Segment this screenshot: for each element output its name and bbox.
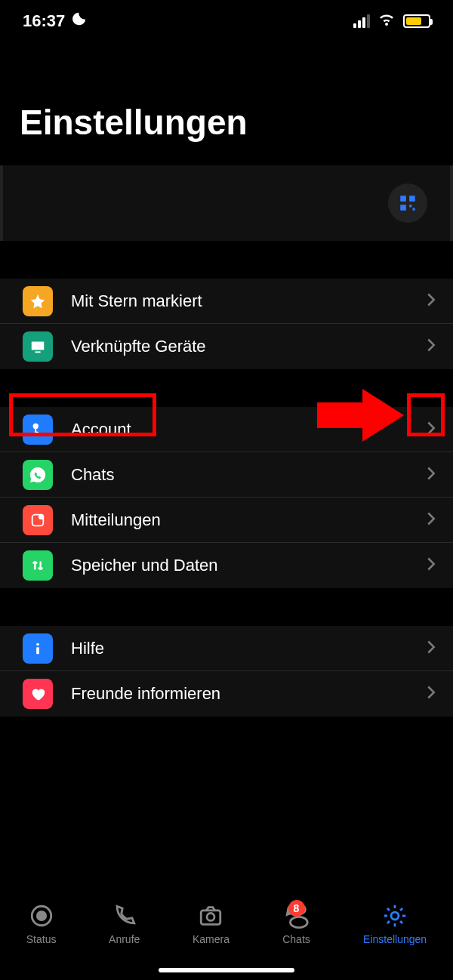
settings-section-support: Hilfe Freunde informieren bbox=[0, 626, 453, 717]
row-starred[interactable]: Mit Stern markiert bbox=[0, 279, 453, 324]
tab-chats[interactable]: 8 Chats bbox=[282, 903, 311, 945]
tab-label: Status bbox=[26, 933, 57, 945]
arrows-icon bbox=[23, 550, 53, 581]
tab-label: Kamera bbox=[193, 933, 230, 945]
tab-status[interactable]: Status bbox=[26, 903, 57, 945]
svg-rect-2 bbox=[400, 205, 406, 211]
svg-rect-4 bbox=[413, 208, 415, 211]
info-icon bbox=[23, 633, 53, 664]
page-header: Einstellungen bbox=[0, 42, 453, 165]
qr-code-button[interactable] bbox=[388, 183, 427, 223]
heart-icon bbox=[23, 679, 53, 709]
svg-rect-1 bbox=[409, 196, 415, 202]
chevron-right-icon bbox=[426, 337, 436, 356]
svg-point-19 bbox=[207, 913, 214, 920]
star-icon bbox=[23, 286, 53, 316]
row-label: Freunde informieren bbox=[71, 684, 426, 704]
desktop-icon bbox=[23, 331, 53, 362]
tab-label: Einstellungen bbox=[363, 933, 427, 945]
chevron-right-icon bbox=[426, 556, 436, 575]
chevron-right-icon bbox=[426, 639, 436, 658]
status-time: 16:37 bbox=[23, 11, 65, 31]
status-icon bbox=[27, 903, 56, 929]
status-left: 16:37 bbox=[23, 11, 88, 32]
svg-rect-14 bbox=[36, 647, 39, 654]
row-label: Verknüpfte Geräte bbox=[71, 337, 426, 356]
gear-icon bbox=[381, 903, 409, 929]
tab-label: Anrufe bbox=[109, 933, 140, 945]
row-notifications[interactable]: Mitteilungen bbox=[0, 498, 453, 543]
status-bar: 16:37 bbox=[0, 0, 453, 42]
settings-section-main: Account Chats Mitteilungen Speicher und … bbox=[0, 407, 453, 588]
svg-rect-10 bbox=[35, 433, 38, 435]
row-tell-friend[interactable]: Freunde informieren bbox=[0, 671, 453, 717]
dnd-moon-icon bbox=[71, 11, 88, 32]
svg-point-7 bbox=[33, 423, 39, 428]
phone-icon bbox=[110, 903, 139, 929]
key-icon bbox=[23, 414, 53, 445]
row-label: Mitteilungen bbox=[71, 510, 426, 530]
row-label: Hilfe bbox=[71, 639, 426, 658]
row-label: Mit Stern markiert bbox=[71, 291, 426, 311]
svg-point-17 bbox=[36, 911, 47, 921]
wifi-icon bbox=[378, 11, 396, 32]
battery-icon bbox=[403, 14, 430, 28]
svg-point-20 bbox=[391, 912, 399, 920]
row-help[interactable]: Hilfe bbox=[0, 626, 453, 671]
chevron-right-icon bbox=[426, 466, 436, 484]
svg-point-12 bbox=[39, 513, 44, 519]
chevron-right-icon bbox=[426, 421, 436, 439]
whatsapp-icon bbox=[23, 460, 53, 490]
tab-camera[interactable]: Kamera bbox=[193, 903, 230, 945]
svg-rect-3 bbox=[409, 205, 411, 207]
cellular-signal-icon bbox=[353, 14, 370, 28]
row-account[interactable]: Account bbox=[0, 407, 453, 452]
camera-icon bbox=[196, 903, 225, 929]
notification-icon bbox=[23, 505, 53, 535]
chevron-right-icon bbox=[426, 511, 436, 529]
tab-settings[interactable]: Einstellungen bbox=[363, 903, 427, 945]
chevron-right-icon bbox=[426, 685, 436, 703]
svg-rect-6 bbox=[35, 351, 40, 353]
profile-qr-row[interactable] bbox=[0, 165, 453, 241]
chats-badge: 8 bbox=[288, 900, 305, 917]
tab-label: Chats bbox=[282, 933, 310, 945]
row-label: Account bbox=[71, 420, 426, 439]
home-indicator bbox=[159, 968, 294, 972]
chevron-right-icon bbox=[426, 292, 436, 310]
svg-rect-5 bbox=[32, 342, 45, 350]
svg-point-13 bbox=[36, 643, 39, 646]
row-linked-devices[interactable]: Verknüpfte Geräte bbox=[0, 324, 453, 369]
row-chats[interactable]: Chats bbox=[0, 452, 453, 498]
svg-rect-0 bbox=[400, 196, 406, 202]
row-storage-data[interactable]: Speicher und Daten bbox=[0, 543, 453, 588]
page-title: Einstellungen bbox=[20, 102, 433, 143]
settings-section-favorites: Mit Stern markiert Verknüpfte Geräte bbox=[0, 279, 453, 369]
row-label: Chats bbox=[71, 465, 426, 485]
svg-rect-9 bbox=[35, 431, 39, 433]
row-label: Speicher und Daten bbox=[71, 556, 426, 575]
status-right bbox=[353, 11, 430, 32]
tab-calls[interactable]: Anrufe bbox=[109, 903, 140, 945]
